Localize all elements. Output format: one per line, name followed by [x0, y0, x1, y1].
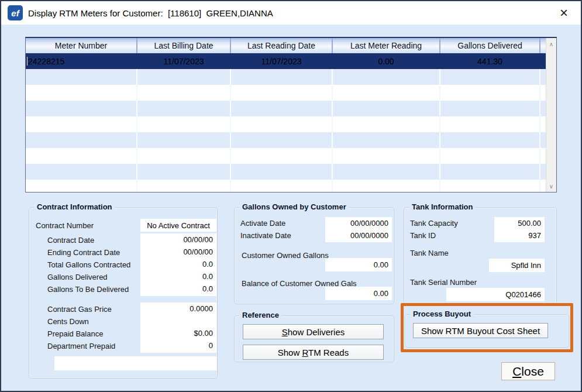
prepaid-balance-label: Prepaid Balance — [47, 329, 103, 338]
cell-last-billing-date: 11/07/2023 — [137, 53, 231, 69]
tank-information-title: Tank Information — [409, 202, 476, 211]
column-header-last-billing-date[interactable]: Last Billing Date — [137, 38, 231, 53]
department-prepaid-value: 0 — [140, 339, 216, 352]
column-header-last-reading-date[interactable]: Last Reading Date — [231, 38, 333, 53]
text-cursor — [27, 57, 27, 66]
prepaid-balance-value: $0.00 — [140, 327, 216, 339]
contract-values-block: 00/00/00 00/00/00 0.0 0.0 0.0 — [140, 233, 216, 296]
contract-number-label: Contract Number — [36, 221, 94, 230]
table-row-empty — [26, 148, 546, 164]
tank-id-label: Tank ID — [410, 231, 436, 240]
contract-information-title: Contract Information — [34, 202, 115, 211]
gallons-delivered-label: Gallons Delivered — [47, 273, 108, 281]
table-row-empty — [26, 180, 546, 192]
chevron-up-icon[interactable]: ∧ — [546, 38, 556, 50]
activate-date-value: 00/00/0000 — [325, 217, 392, 229]
show-deliveries-button[interactable]: Show Deliveries — [243, 324, 384, 339]
cell-spacer — [540, 53, 546, 69]
meter-table-grid: Meter Number Last Billing Date Last Read… — [26, 38, 546, 192]
contract-number-field: No Active Contract — [140, 219, 216, 232]
close-icon[interactable]: × — [555, 4, 573, 22]
cell-gallons-delivered: 441.30 — [440, 53, 540, 69]
meter-table: Meter Number Last Billing Date Last Read… — [25, 37, 557, 192]
tank-information-group: Tank Information Tank Capacity Tank ID 5… — [404, 207, 557, 304]
cell-last-meter-reading: 0.00 — [333, 53, 440, 69]
contract-values-block-2: 0.0000 $0.00 0 — [140, 302, 216, 353]
balance-owned-gals-field: 0.00 — [325, 287, 392, 300]
customer-owned-gallons-field: 0.00 — [325, 258, 392, 271]
dialog-window: ef Display RTM Meters for Customer: [118… — [0, 0, 582, 392]
tank-name-field: Spfld Inn — [489, 259, 545, 272]
chevron-down-icon[interactable]: ∨ — [546, 180, 556, 192]
show-rtm-buyout-cost-sheet-button[interactable]: Show RTM Buyout Cost Sheet — [413, 323, 548, 338]
close-button[interactable]: Close — [501, 362, 555, 380]
gallons-delivered-value: 0.0 — [140, 270, 216, 283]
contract-notes-input[interactable] — [54, 356, 217, 370]
contract-gas-price-value: 0.0000 — [140, 302, 216, 315]
cell-last-reading-date: 11/07/2023 — [231, 53, 333, 69]
tank-capacity-value: 500.00 — [494, 217, 545, 229]
tank-serial-number-field: Q0201466 — [446, 288, 545, 301]
process-buyout-title: Process Buyout — [410, 310, 474, 318]
table-row-empty — [26, 69, 546, 85]
table-row-empty — [26, 101, 546, 116]
title-bar: ef Display RTM Meters for Customer: [118… — [1, 1, 581, 25]
reference-group: Reference Show Deliveries Show RTM Reads — [234, 315, 394, 362]
reference-title: Reference — [239, 311, 282, 319]
table-row-empty — [26, 164, 546, 180]
cell-meter-number: 24228215 — [26, 53, 137, 69]
gallons-owned-title: Gallons Owned by Customer — [239, 202, 349, 211]
activate-date-label: Activate Date — [240, 219, 285, 228]
contract-information-group: Contract Information Contract Number No … — [29, 207, 218, 379]
gallons-to-be-delivered-label: Gallons To Be Delivered — [47, 285, 129, 294]
tank-capacity-label: Tank Capacity — [410, 219, 458, 228]
column-header-last-meter-reading[interactable]: Last Meter Reading — [333, 38, 440, 53]
gallons-to-be-delivered-value: 0.0 — [140, 283, 216, 295]
department-prepaid-label: Department Prepaid — [47, 342, 115, 350]
show-rtm-reads-button[interactable]: Show RTM Reads — [243, 345, 384, 360]
app-icon: ef — [8, 5, 23, 20]
table-row-empty — [26, 85, 546, 101]
inactivate-date-label: Inactivate Date — [240, 231, 291, 240]
total-gallons-contracted-label: Total Gallons Contracted — [47, 260, 130, 269]
cents-down-label: Cents Down — [47, 317, 89, 326]
cents-down-value — [140, 315, 216, 327]
contract-gas-price-label: Contract Gas Price — [47, 305, 112, 314]
gallons-owned-group: Gallons Owned by Customer Activate Date … — [234, 207, 394, 304]
tank-values-block: 500.00 937 — [494, 217, 545, 242]
window-title: Display RTM Meters for Customer: [118610… — [28, 1, 273, 25]
inactivate-date-value: 00/00/0000 — [325, 229, 392, 242]
customer-owned-gallons-label: Customer Owned Gallons — [242, 251, 329, 260]
process-buyout-group: Process Buyout Show RTM Buyout Cost Shee… — [405, 314, 569, 348]
column-header-meter-number[interactable]: Meter Number — [26, 38, 137, 53]
ending-contract-date-label: Ending Contract Date — [47, 248, 120, 257]
contract-date-label: Contract Date — [47, 236, 94, 245]
ending-contract-date-value: 00/00/00 — [140, 246, 216, 258]
column-header-spacer — [540, 38, 546, 53]
table-row-empty — [26, 116, 546, 132]
column-header-gallons-delivered[interactable]: Gallons Delivered — [440, 38, 540, 53]
contract-date-value: 00/00/00 — [140, 233, 216, 246]
tank-id-value: 937 — [494, 229, 545, 242]
table-scrollbar[interactable]: ∧ ∨ — [546, 38, 556, 192]
tank-serial-number-label: Tank Serial Number — [410, 278, 477, 287]
table-row-empty — [26, 132, 546, 148]
meter-table-header: Meter Number Last Billing Date Last Read… — [26, 38, 546, 53]
owned-dates-block: 00/00/0000 00/00/0000 — [325, 217, 392, 242]
total-gallons-contracted-value: 0.0 — [140, 258, 216, 270]
table-row-selected[interactable]: 24228215 11/07/2023 11/07/2023 0.00 441.… — [26, 53, 546, 69]
tank-name-label: Tank Name — [410, 249, 449, 257]
